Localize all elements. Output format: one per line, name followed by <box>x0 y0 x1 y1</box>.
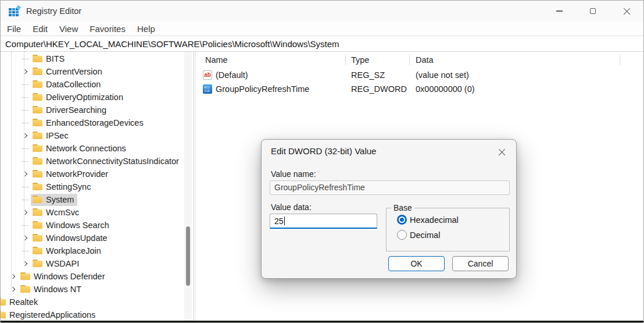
column-divider[interactable] <box>345 55 346 65</box>
expand-slot[interactable] <box>20 123 31 123</box>
chevron-right-icon[interactable] <box>10 287 15 292</box>
column-header-data[interactable]: Data <box>416 55 434 65</box>
folder-icon <box>33 119 42 126</box>
tree-item-windows-search[interactable]: Windows Search <box>1 219 184 232</box>
tree-item-settingsync[interactable]: SettingSync <box>1 180 184 193</box>
radio-selected-icon[interactable] <box>397 215 407 225</box>
address-bar[interactable]: Computer\HKEY_LOCAL_MACHINE\SOFTWARE\Pol… <box>1 36 643 52</box>
tree-item-realtek[interactable]: Realtek <box>1 296 184 308</box>
expand-slot[interactable] <box>20 161 31 162</box>
close-icon <box>623 8 631 15</box>
menu-file[interactable]: File <box>1 22 27 36</box>
ok-button[interactable]: OK <box>388 256 445 271</box>
expand-slot[interactable] <box>20 225 31 226</box>
close-button[interactable] <box>610 1 643 22</box>
folder-icon <box>33 196 42 203</box>
column-divider[interactable] <box>620 55 620 65</box>
tree-item-driversearching[interactable]: DriverSearching <box>1 104 184 116</box>
tree-item-windows-defender[interactable]: Windows Defender <box>1 270 184 283</box>
chevron-right-icon[interactable] <box>22 236 27 240</box>
expand-slot[interactable] <box>20 236 31 240</box>
cancel-button[interactable]: Cancel <box>452 256 509 271</box>
tree-item-wcmsvc[interactable]: WcmSvc <box>1 206 184 219</box>
expand-slot[interactable] <box>20 211 31 214</box>
tree-item-network-connections[interactable]: Network Connections <box>1 142 184 155</box>
maximize-button[interactable] <box>576 1 610 22</box>
window-title: Registry Editor <box>26 6 81 16</box>
tree-item-wsdapi[interactable]: WSDAPI <box>1 257 184 270</box>
address-path[interactable]: Computer\HKEY_LOCAL_MACHINE\SOFTWARE\Pol… <box>1 39 339 49</box>
dialog-title: Edit DWORD (32-bit) Value <box>271 146 376 156</box>
expand-slot[interactable] <box>20 251 31 251</box>
tree-item-currentversion[interactable]: CurrentVersion <box>1 65 184 78</box>
menu-view[interactable]: View <box>53 22 84 36</box>
expand-slot[interactable] <box>20 59 31 59</box>
value-data-label: Value data: <box>271 203 312 212</box>
expand-slot[interactable] <box>20 200 31 200</box>
tree-item-windowsupdate[interactable]: WindowsUpdate <box>1 232 184 244</box>
registry-value-row[interactable]: ab (Default) REG_SZ (value not set) <box>196 68 643 82</box>
value-data-text: 25 <box>274 216 284 226</box>
expand-slot[interactable] <box>20 70 31 73</box>
folder-icon <box>33 183 42 190</box>
dialog-close-button[interactable] <box>495 145 508 158</box>
text-caret <box>284 216 285 225</box>
minimize-button[interactable] <box>542 1 576 22</box>
tree-item-enhancedstoragedevices[interactable]: EnhancedStorageDevices <box>1 116 184 129</box>
menu-favorites[interactable]: Favorites <box>84 22 131 36</box>
tree-item-networkprovider[interactable]: NetworkProvider <box>1 168 184 180</box>
tree-connector <box>22 251 29 251</box>
folder-icon <box>33 170 42 178</box>
expand-slot[interactable] <box>20 97 31 98</box>
folder-icon <box>33 221 42 229</box>
chevron-right-icon[interactable] <box>22 69 27 74</box>
base-group-label: Base <box>391 203 414 212</box>
radio-hexadecimal[interactable]: Hexadecimal <box>397 215 459 225</box>
maximize-icon <box>590 8 596 14</box>
chevron-right-icon[interactable] <box>10 274 15 279</box>
registry-value-row[interactable]: 011110 GroupPolicyRefreshTime REG_DWORD … <box>196 82 643 96</box>
tree-item-workplacejoin[interactable]: WorkplaceJoin <box>1 244 184 257</box>
tree-item-ipsec[interactable]: IPSec <box>1 129 184 142</box>
window-controls <box>542 1 643 22</box>
tree-item-deliveryoptimization[interactable]: DeliveryOptimization <box>1 91 184 104</box>
folder-icon <box>33 260 42 267</box>
menu-bar: FileEditViewFavoritesHelp <box>1 22 643 36</box>
expand-slot[interactable] <box>20 172 31 176</box>
chevron-right-icon[interactable] <box>22 172 27 176</box>
value-name-input[interactable]: GroupPolicyRefreshTime <box>270 180 510 195</box>
chevron-right-icon[interactable] <box>22 210 27 215</box>
folder-icon <box>33 247 42 254</box>
expand-slot[interactable] <box>8 287 19 291</box>
expand-slot[interactable] <box>20 84 31 85</box>
chevron-right-icon[interactable] <box>22 133 27 138</box>
expand-slot[interactable] <box>20 110 31 111</box>
expand-slot[interactable] <box>20 187 31 187</box>
radio-unselected-icon[interactable] <box>397 230 407 240</box>
tree-item-bits[interactable]: BITS <box>1 52 184 65</box>
column-divider[interactable] <box>409 55 410 65</box>
tree-connector <box>22 84 29 85</box>
expand-slot[interactable] <box>20 148 31 149</box>
registry-editor-window: Registry Editor FileEditViewFavoritesHel… <box>0 0 644 323</box>
tree-item-registeredapplications[interactable]: RegisteredApplications <box>1 308 184 321</box>
value-rows: ab (Default) REG_SZ (value not set) 0111… <box>196 68 643 96</box>
tree-connector <box>22 225 29 226</box>
scrollbar-thumb[interactable] <box>186 226 190 286</box>
value-data-input[interactable]: 25 <box>270 214 377 229</box>
tree-item-networkconnectivitystatusindicator[interactable]: NetworkConnectivityStatusIndicator <box>1 155 184 168</box>
menu-edit[interactable]: Edit <box>27 22 53 36</box>
tree-item-windows-nt[interactable]: Windows NT <box>1 283 184 296</box>
expand-slot[interactable] <box>20 262 31 265</box>
expand-slot[interactable] <box>20 134 31 137</box>
tree-item-system[interactable]: System <box>1 193 184 206</box>
column-header-name[interactable]: Name <box>205 55 228 65</box>
expand-slot[interactable] <box>8 275 19 278</box>
radio-decimal[interactable]: Decimal <box>397 230 440 240</box>
folder-icon <box>33 80 42 88</box>
menu-help[interactable]: Help <box>131 22 161 36</box>
tree-item-datacollection[interactable]: DataCollection <box>1 78 184 91</box>
column-header-type[interactable]: Type <box>351 55 369 65</box>
tree-scrollbar[interactable] <box>184 52 192 321</box>
chevron-right-icon[interactable] <box>22 261 27 266</box>
